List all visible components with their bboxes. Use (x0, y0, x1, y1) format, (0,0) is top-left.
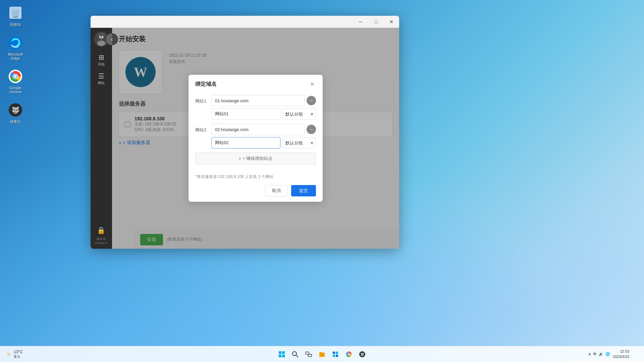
clock[interactable]: 12:53 2023/3/22 (613, 349, 629, 359)
taskbar: ⛅ 13°C 多云 (0, 346, 644, 362)
site1-domain-input[interactable] (211, 95, 305, 106)
site2-name-input[interactable] (211, 137, 280, 148)
dialog-overlay: 绑定域名 ✕ 网站1 − (112, 28, 399, 249)
home-label: 开始 (98, 62, 105, 67)
cancel-button[interactable]: 取消 (265, 185, 288, 196)
title-bar-controls: ─ □ ✕ (353, 16, 399, 28)
dialog-close-button[interactable]: ✕ (308, 80, 316, 88)
site1-domain-row: − (211, 95, 316, 106)
add-site-button[interactable]: + + 继续增加站点 (195, 153, 316, 165)
dialog-body: 网站1 − (189, 92, 323, 170)
site1-name-row: 默认分组 (211, 108, 316, 120)
system-tray: ∧ 中 🔊 🌐 (588, 352, 610, 357)
site1-fields: − 默认分组 (211, 95, 316, 120)
recycle-bin-label: 回收站 (10, 22, 21, 27)
taskbar-center: 🐺 (276, 348, 368, 360)
site2-remove-button[interactable]: − (307, 125, 316, 134)
volume-icon[interactable]: 🔊 (599, 352, 603, 356)
svg-text:🐺: 🐺 (360, 352, 365, 357)
language-indicator[interactable]: 中 (593, 352, 597, 357)
svg-rect-14 (98, 33, 105, 36)
title-bar: ─ □ ✕ (91, 16, 399, 28)
temperature: 13°C (14, 350, 23, 354)
windows-start-button[interactable] (276, 348, 288, 360)
wolf-icon: 🐺 (7, 102, 23, 118)
dialog-footer-info: *将在服务器 192.168.8.108 上安装 2 个网站 (189, 170, 323, 182)
weather-widget[interactable]: ⛅ 13°C 多云 (4, 350, 25, 359)
task-view-button[interactable] (303, 348, 315, 360)
store-button[interactable] (329, 348, 341, 360)
dialog-title: 绑定域名 (195, 81, 217, 88)
submit-button[interactable]: 提交 (291, 185, 316, 196)
weather-icon: ⛅ (7, 352, 12, 357)
site1-remove-button[interactable]: − (307, 96, 316, 105)
taskbar-left: ⛅ 13°C 多云 (4, 350, 25, 359)
desktop-icon-wolf[interactable]: 🐺 侠客行 (2, 101, 29, 126)
close-button[interactable]: ✕ (384, 16, 399, 28)
edge-label: Microsoft Edge (3, 52, 28, 60)
bind-domain-dialog: 绑定域名 ✕ 网站1 − (189, 75, 323, 202)
svg-point-12 (97, 41, 105, 46)
svg-rect-28 (336, 352, 338, 354)
home-icon: ⊞ (99, 53, 104, 61)
app-window: ─ □ ✕ (91, 16, 399, 249)
search-button[interactable] (289, 348, 301, 360)
add-site-plus-icon: + (239, 156, 241, 161)
lock-icon[interactable]: 🔒 (97, 226, 105, 234)
svg-point-7 (14, 75, 17, 78)
site1-name-input[interactable] (211, 108, 280, 120)
site1-group-select[interactable]: 默认分组 (282, 108, 316, 120)
maximize-button[interactable]: □ (368, 16, 384, 28)
minimize-button[interactable]: ─ (353, 16, 368, 28)
svg-rect-22 (282, 355, 285, 357)
svg-rect-21 (279, 355, 281, 357)
sidebar: ⊞ 开始 ☰ 网站 🔒 版本号 v23.03.17 (91, 28, 112, 249)
window-body: ⊞ 开始 ☰ 网站 🔒 版本号 v23.03.17 (91, 28, 399, 249)
site2-label: 网站2 (195, 124, 209, 133)
site1-label: 网站1 (195, 95, 209, 104)
taskbar-right: ∧ 中 🔊 🌐 12:53 2023/3/22 (588, 349, 640, 359)
svg-point-34 (348, 354, 350, 355)
version-label: 版本号 v23.03.17 (95, 237, 108, 245)
svg-rect-29 (333, 355, 335, 357)
sidebar-item-home[interactable]: ⊞ 开始 (93, 52, 109, 68)
dialog-header: 绑定域名 ✕ (189, 75, 323, 92)
svg-rect-19 (279, 351, 281, 354)
svg-point-23 (292, 352, 297, 356)
svg-point-16 (102, 36, 103, 38)
chrome-icon (7, 68, 23, 84)
tray-expand-icon[interactable]: ∧ (588, 352, 591, 356)
chrome-label: Google chrome (3, 86, 28, 94)
clock-time: 12:53 (613, 349, 629, 354)
svg-rect-27 (333, 352, 335, 354)
svg-rect-20 (282, 351, 285, 354)
site1-row: 网站1 − (195, 95, 316, 120)
desktop-icon-recycle-bin[interactable]: 🗑️ 回收站 (2, 3, 29, 28)
desktop: 🗑️ 回收站 Microsoft Edge (0, 0, 644, 362)
edge-icon (7, 35, 23, 51)
site2-domain-input[interactable] (211, 124, 305, 135)
sites-label: 网站 (98, 81, 105, 85)
main-area: ‹ 开始安装 W (112, 28, 399, 249)
taskbar-chrome-button[interactable] (343, 348, 355, 360)
svg-text:🐺: 🐺 (11, 106, 20, 114)
show-desktop-button[interactable] (632, 350, 640, 358)
desktop-icon-edge[interactable]: Microsoft Edge (2, 34, 29, 62)
dialog-actions: 取消 提交 (189, 182, 323, 202)
clock-date: 2023/3/22 (613, 354, 629, 359)
weather-condition: 多云 (14, 354, 23, 359)
desktop-icon-chrome[interactable]: Google chrome (2, 67, 29, 95)
site1-group-select-wrap: 默认分组 (282, 108, 316, 120)
network-icon[interactable]: 🌐 (605, 352, 610, 356)
file-explorer-button[interactable] (316, 348, 328, 360)
svg-point-15 (99, 36, 101, 38)
site2-group-select-wrap: 默认分组 (282, 137, 316, 148)
site2-domain-row: − (211, 124, 316, 135)
sidebar-item-sites[interactable]: ☰ 网站 (93, 71, 109, 87)
svg-rect-30 (336, 355, 338, 357)
wolf-label: 侠客行 (10, 119, 21, 124)
weather-info: 13°C 多云 (14, 350, 23, 359)
site2-group-select[interactable]: 默认分组 (282, 137, 316, 148)
taskbar-app-button[interactable]: 🐺 (356, 348, 368, 360)
recycle-bin-icon: 🗑️ (7, 5, 23, 21)
